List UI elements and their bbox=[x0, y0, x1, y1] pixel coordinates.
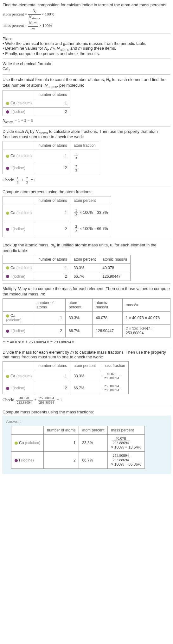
i-name: (iodine) bbox=[20, 458, 34, 462]
ca-name: (calcium) bbox=[15, 266, 32, 270]
mass-percent-frac: Ni mi m bbox=[28, 21, 38, 31]
i-name: (iodine) bbox=[11, 109, 25, 114]
count-result: Natoms = 1 + 2 = 3 bbox=[3, 118, 170, 124]
molmass-table: number of atoms atom percent atomic mass… bbox=[3, 298, 170, 337]
h-pct: atom percent bbox=[70, 362, 99, 370]
mass-percent-label: mass percent = bbox=[3, 23, 27, 28]
table-row-i: I (iodine) 2 23 bbox=[3, 162, 99, 174]
plan-b1: • Write the chemical formula and gather … bbox=[3, 41, 170, 46]
count-table: number of atoms Ca (calcium) 1 I (iodine… bbox=[3, 90, 70, 116]
ca-n: 1 bbox=[35, 370, 70, 382]
ca-mass: 40.078 bbox=[99, 263, 130, 272]
ca-mden: 293.88694 bbox=[112, 441, 130, 445]
table-row-ca: Ca (calcium) 1 33.3% 40.078293.88694 × 1… bbox=[11, 434, 145, 451]
formula-value: CaI2 bbox=[3, 66, 170, 72]
table-header-row: number of atoms bbox=[3, 90, 70, 99]
formula-text: CaI bbox=[3, 66, 9, 71]
mass-percent-formula: mass percent = Ni mi m × 100% bbox=[3, 21, 170, 31]
times-100-2: × 100% bbox=[39, 23, 52, 28]
h-num: number of atoms bbox=[33, 299, 66, 312]
divider bbox=[3, 347, 170, 347]
table-row-i: I (iodine) 2 23 × 100% = 66.7% bbox=[3, 221, 111, 237]
i-pct: 66.7% bbox=[70, 382, 99, 394]
count-desc-a: Use the chemical formula to count the nu… bbox=[3, 77, 106, 82]
masspct-section: Compute mass percents using the mass fra… bbox=[3, 410, 170, 414]
h-frac: mass fraction bbox=[99, 362, 128, 370]
i-name: (iodine) bbox=[11, 274, 25, 279]
ca-dot-icon bbox=[6, 102, 9, 105]
atom-percent-label: atom percent = bbox=[3, 12, 27, 17]
masspct-desc: Compute mass percents using the mass fra… bbox=[3, 410, 170, 414]
ca-mfden: 293.88694 bbox=[103, 376, 120, 380]
plan-b2b: using these items. bbox=[82, 46, 116, 51]
ca-calc: × 100% = 33.3% bbox=[79, 210, 108, 215]
ca-symbol: Ca bbox=[10, 101, 15, 105]
atompct-desc: Compute atom percents using the atom fra… bbox=[3, 189, 170, 194]
check-label: Check: bbox=[3, 397, 15, 402]
i-name: (iodine) bbox=[11, 166, 25, 170]
h-num: number of atoms bbox=[35, 196, 70, 205]
c2n: 253.80894 bbox=[38, 396, 55, 400]
divider bbox=[3, 407, 170, 407]
table-header-row: number of atoms atom percent mass percen… bbox=[11, 426, 145, 434]
divider bbox=[3, 187, 170, 187]
ca-mpct: 40.078293.88694 × 100% = 13.64% bbox=[108, 434, 144, 451]
i-mden: 293.88694 bbox=[112, 458, 130, 462]
plan-b3: • Finally, compute the percents and chec… bbox=[3, 51, 170, 56]
ca-apct: 33.3% bbox=[79, 434, 108, 451]
answer-table: number of atoms atom percent mass percen… bbox=[11, 426, 145, 469]
i-dot-icon bbox=[6, 387, 9, 390]
table-header-row: number of atoms atom fraction bbox=[3, 141, 99, 150]
plan-title: Plan: bbox=[3, 36, 170, 41]
i-pct: 23 × 100% = 66.7% bbox=[70, 221, 111, 237]
h-num: number of atoms bbox=[35, 141, 70, 150]
i-amass: 126.90447 bbox=[93, 325, 122, 337]
h-mass: atomic mass/u bbox=[99, 255, 130, 263]
ca-mres: × 100% = 13.64% bbox=[111, 445, 141, 449]
ca-mass: 1 × 40.078 = 40.078 bbox=[122, 312, 170, 325]
table-row-ca: Ca (calcium) 1 33.3% 40.078 bbox=[3, 263, 131, 272]
i-n: 2 bbox=[35, 108, 70, 116]
molmass-section: Multiply Ni by mi to compute the mass fo… bbox=[3, 286, 170, 345]
ca-name: (calcium) bbox=[15, 374, 32, 378]
atomfrac-section: Divide each Ni by Natoms to calculate at… bbox=[3, 129, 170, 184]
divider bbox=[3, 34, 170, 34]
molmass-desc: Multiply Ni by mi to compute the mass fo… bbox=[3, 286, 170, 297]
i-dot-icon bbox=[15, 459, 18, 462]
table-header-row: number of atoms atom percent atomic mass… bbox=[3, 299, 170, 312]
ca-dot-icon bbox=[6, 375, 9, 378]
plan-b2: • Determine values for Ni, mi, Natoms an… bbox=[3, 46, 170, 52]
ca-fden: 3 bbox=[74, 156, 78, 160]
table-row-i: I (iodine) 2 66.7% 126.90447 2 × 126.904… bbox=[3, 325, 170, 337]
massfrac-check: Check: 40.078293.88694 + 253.80894293.88… bbox=[3, 396, 170, 404]
ca-n: 1 bbox=[44, 434, 79, 451]
i-calc: × 100% = 66.7% bbox=[79, 226, 108, 231]
divider bbox=[3, 59, 170, 59]
i-fnum: 2 bbox=[74, 164, 78, 168]
count-desc-c: , per molecule: bbox=[57, 83, 84, 88]
i-n: 2 bbox=[35, 162, 70, 174]
i-apct: 66.7% bbox=[79, 452, 108, 469]
ca-symbol: Ca bbox=[10, 266, 15, 270]
ca-amass: 40.078 bbox=[93, 312, 122, 325]
count-section: Use the chemical formula to count the nu… bbox=[3, 77, 170, 124]
check-eq: = 1 bbox=[30, 177, 36, 182]
intro-line1: Find the elemental composition for calci… bbox=[3, 3, 167, 7]
times-100-1: × 100% bbox=[42, 12, 54, 17]
formula-section: Write the chemical formula: CaI2 bbox=[3, 61, 170, 72]
i-mres: × 100% = 86.36% bbox=[111, 462, 141, 467]
ca-name: (calcium) bbox=[6, 318, 22, 322]
ca-dot-icon bbox=[15, 442, 18, 445]
divider bbox=[3, 74, 170, 75]
answer-box: Answer: number of atoms atom percent mas… bbox=[3, 416, 170, 474]
h-amass: atomic mass/u bbox=[93, 299, 122, 312]
ca-dot-icon bbox=[6, 314, 9, 318]
molmass-result: m = 40.078 u + 253.80894 u = 293.88694 u bbox=[3, 339, 170, 344]
ca-pct: 13 × 100% = 33.3% bbox=[70, 205, 111, 221]
h-pct: atom percent bbox=[70, 196, 111, 205]
ca-pct: 33.3% bbox=[70, 370, 99, 382]
ca-n: 1 bbox=[35, 263, 70, 272]
atompct-section: Compute atom percents using the atom fra… bbox=[3, 189, 170, 237]
atomfrac-check: Check: 13 + 23 = 1 bbox=[3, 176, 170, 184]
atomicmass-section: Look up the atomic mass, mi, in unified … bbox=[3, 243, 170, 281]
